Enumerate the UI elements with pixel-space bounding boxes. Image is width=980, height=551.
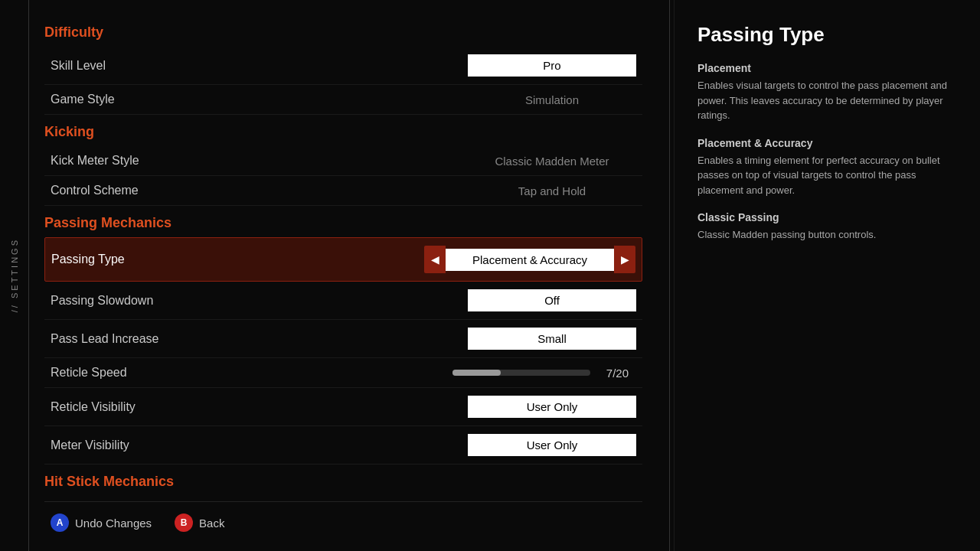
row-passing-type[interactable]: Passing Type ◀ Placement & Accuracy ▶ [44, 237, 642, 282]
settings-list: Difficulty Skill Level Pro Game Style Si… [44, 15, 642, 501]
passing-type-arrow-right[interactable]: ▶ [614, 246, 635, 273]
label-kick-meter-style: Kick Meter Style [51, 154, 139, 168]
back-button[interactable]: B Back [175, 514, 224, 532]
info-section-1: Placement & Accuracy Enables a timing el… [697, 137, 957, 198]
label-control-scheme: Control Scheme [51, 184, 139, 197]
reticle-speed-track[interactable] [452, 370, 590, 376]
info-section-text-2: Classic Madden passing button controls. [697, 227, 957, 243]
label-passing-type: Passing Type [51, 253, 125, 266]
value-control-scheme: Tap and Hold [468, 184, 636, 197]
section-header-difficulty: Difficulty [44, 24, 642, 41]
label-passing-slowdown: Passing Slowdown [51, 294, 153, 308]
row-reticle-visibility[interactable]: Reticle Visibility User Only [44, 388, 642, 426]
panel-divider [669, 0, 670, 551]
reticle-speed-value: 7/20 [598, 367, 629, 380]
back-label: Back [199, 517, 224, 530]
value-reticle-visibility[interactable]: User Only [468, 396, 636, 418]
row-pass-lead-increase[interactable]: Pass Lead Increase Small [44, 320, 642, 358]
info-title: Passing Type [697, 23, 957, 47]
label-game-style: Game Style [51, 93, 115, 106]
undo-changes-button[interactable]: A Undo Changes [51, 514, 152, 532]
label-pass-lead-increase: Pass Lead Increase [51, 332, 158, 346]
info-section-title-1: Placement & Accuracy [697, 137, 957, 149]
value-kick-meter-style: Classic Madden Meter [468, 155, 636, 168]
value-game-style: Simulation [468, 93, 636, 106]
info-panel: Passing Type Placement Enables visual ta… [674, 0, 980, 551]
section-header-passing-mechanics: Passing Mechanics [44, 215, 642, 231]
undo-changes-label: Undo Changes [75, 517, 152, 530]
section-header-kicking: Kicking [44, 124, 642, 140]
value-pass-lead-increase[interactable]: Small [468, 328, 636, 350]
undo-changes-icon: A [51, 514, 69, 532]
row-control-scheme[interactable]: Control Scheme Tap and Hold [44, 176, 642, 206]
row-skill-level[interactable]: Skill Level Pro [44, 47, 642, 85]
row-meter-visibility[interactable]: Meter Visibility User Only [44, 426, 642, 465]
bottom-bar: A Undo Changes B Back [44, 501, 642, 536]
settings-panel: Difficulty Skill Level Pro Game Style Si… [29, 0, 665, 551]
row-kick-meter-style[interactable]: Kick Meter Style Classic Madden Meter [44, 146, 642, 176]
info-section-0: Placement Enables visual targets to cont… [697, 62, 957, 123]
value-skill-level[interactable]: Pro [468, 54, 636, 77]
label-reticle-visibility: Reticle Visibility [51, 400, 136, 414]
label-skill-level: Skill Level [51, 59, 106, 73]
row-reticle-speed[interactable]: Reticle Speed 7/20 [44, 358, 642, 388]
label-reticle-speed: Reticle Speed [51, 366, 127, 380]
row-passing-slowdown[interactable]: Passing Slowdown Off [44, 282, 642, 320]
info-section-2: Classic Passing Classic Madden passing b… [697, 211, 957, 243]
label-meter-visibility: Meter Visibility [51, 439, 129, 452]
section-header-hit-stick: Hit Stick Mechanics [44, 474, 642, 490]
value-meter-visibility[interactable]: User Only [468, 434, 636, 456]
sidebar: // SETTINGS [0, 0, 29, 551]
info-section-text-0: Enables visual targets to control the pa… [697, 78, 957, 123]
row-game-style[interactable]: Game Style Simulation [44, 85, 642, 115]
value-passing-slowdown[interactable]: Off [468, 289, 636, 311]
info-section-title-2: Classic Passing [697, 211, 957, 223]
reticle-speed-slider-container[interactable]: 7/20 [452, 367, 636, 380]
row-hit-stick-quality-feedback[interactable]: Hit Stick Quality Feedback OFF ON [44, 496, 642, 501]
value-passing-type: Placement & Accuracy [446, 249, 614, 271]
sidebar-label: // SETTINGS [10, 238, 19, 312]
passing-type-control: ◀ Placement & Accuracy ▶ [424, 246, 635, 273]
passing-type-arrow-left[interactable]: ◀ [424, 246, 446, 273]
info-section-title-0: Placement [697, 62, 957, 74]
reticle-speed-fill [452, 370, 501, 376]
back-icon: B [175, 514, 193, 532]
info-section-text-1: Enables a timing element for perfect acc… [697, 153, 957, 198]
